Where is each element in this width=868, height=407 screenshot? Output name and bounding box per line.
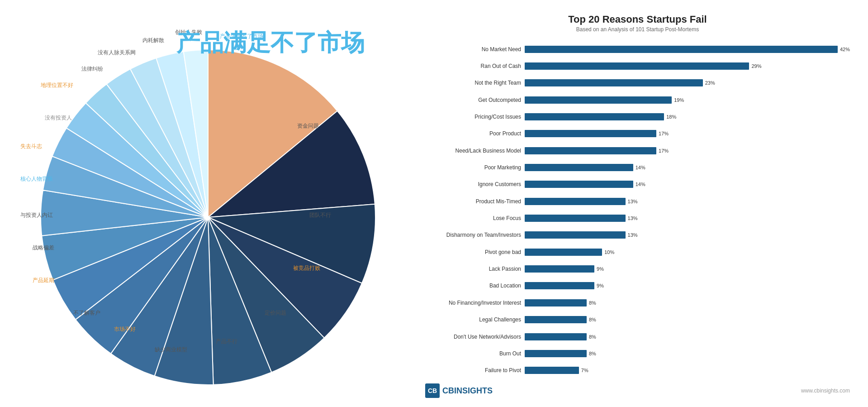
bar-track: 17% [525,147,850,154]
bar-label: Poor Marketing [425,164,525,171]
bar-row: Lose Focus13% [425,213,850,223]
bar-label: Don't Use Network/Advisors [425,334,525,340]
bar-fill [525,113,664,120]
bar-fill [525,316,587,323]
bar-row: Need/Lack Business Model17% [425,146,850,156]
bar-fill [525,96,672,104]
bar-label: Disharmony on Team/Investors [425,232,525,238]
bar-label: Failure to Pivot [425,367,525,373]
bar-row: Get Outcompeted19% [425,95,850,105]
bar-pct-label: 7% [581,368,588,373]
pie-chart [23,23,394,394]
bar-row: Ran Out of Cash29% [425,61,850,71]
bar-fill [525,265,594,273]
bar-track: 8% [525,316,850,323]
bar-row: No Market Need42% [425,44,850,54]
bar-label: Ignore Customers [425,181,525,187]
bar-pct-label: 29% [751,63,761,69]
bar-track: 7% [525,367,850,374]
bar-label: Product Mis-Timed [425,198,525,205]
bar-fill [525,249,602,256]
pie-label-12: 不了解客户 [73,309,100,317]
pie-container [23,23,394,394]
bar-fill [525,299,587,306]
bar-track: 13% [525,231,850,239]
bar-track: 17% [525,130,850,137]
bar-track: 18% [525,113,850,120]
bar-fill [525,181,633,188]
bar-track: 9% [525,282,850,289]
pie-chart-title: 产品满足不了市场 [176,27,365,59]
pie-label-6: 没有投资人 [45,114,72,122]
bar-track: 8% [525,299,850,306]
pie-label-10: 战略偏差 [33,244,54,252]
bar-label: Burn Out [425,350,525,357]
bar-track: 19% [525,96,850,104]
cb-logo: CB CBINSIGHTS [425,383,493,398]
bar-fill [525,231,626,239]
bar-label: Pricing/Cost Issues [425,114,525,120]
bar-row: Disharmony on Team/Investors13% [425,230,850,240]
bar-row: Failure to Pivot7% [425,365,850,375]
bar-row: Don't Use Network/Advisors8% [425,332,850,342]
footer: CB CBINSIGHTS www.cbinsights.com [425,383,850,398]
bar-pct-label: 13% [628,232,638,238]
bar-fill [525,333,587,340]
cb-logo-text: CBINSIGHTS [442,386,493,396]
cb-logo-icon: CB [425,383,440,398]
left-panel: 产品满足不了市场创始人失败内耗解散没有人脉关系网法律纠纷地理位置不好没有投资人失… [0,0,407,407]
pie-label-3: 没有人脉关系网 [98,49,136,57]
bar-track: 10% [525,249,850,256]
website-text: www.cbinsights.com [801,388,850,394]
bar-row: Pivot gone bad10% [425,247,850,257]
bar-row: Not the Right Team23% [425,78,850,88]
bar-row: Product Mis-Timed13% [425,196,850,206]
pie-label-7: 失去斗志 [20,143,42,150]
pie-label-13: 市场不好 [114,326,136,333]
right-panel: Top 20 Reasons Startups Fail Based on an… [407,0,868,407]
pie-label-5: 地理位置不好 [41,81,73,89]
pie-label-2: 内耗解散 [142,37,164,44]
bar-pct-label: 13% [628,199,638,204]
pie-label-15: 产品不行 [216,338,237,345]
bar-label: Lose Focus [425,215,525,221]
chart-title: Top 20 Reasons Startups Fail [425,14,850,25]
pie-label-8: 核心人物背叛 [20,175,53,183]
bar-label: No Financing/Investor Interest [425,300,525,306]
bar-pct-label: 18% [666,114,676,120]
bar-label: Pivot gone bad [425,249,525,255]
bar-fill [525,130,656,137]
bar-row: Lack Passion9% [425,264,850,274]
bar-pct-label: 14% [636,165,645,170]
pie-label-11: 产品延期 [33,277,54,284]
bar-track: 8% [525,350,850,357]
bar-label: Get Outcompeted [425,97,525,103]
pie-label-14: 缺少商业模型 [155,346,187,354]
pie-label-4: 法律纠纷 [81,65,103,73]
bar-label: Need/Lack Business Model [425,148,525,154]
bar-row: Pricing/Cost Issues18% [425,112,850,122]
bar-track: 23% [525,79,850,86]
bar-row: Ignore Customers14% [425,179,850,189]
bar-track: 9% [525,265,850,273]
bar-row: Burn Out8% [425,349,850,359]
bar-fill [525,215,626,222]
bar-label: Not the Right Team [425,80,525,86]
bar-row: Poor Marketing14% [425,163,850,172]
pie-label-18: 团队不行 [309,211,331,219]
bar-label: Poor Product [425,130,525,137]
chart-header: Top 20 Reasons Startups Fail Based on an… [425,14,850,33]
bar-pct-label: 8% [589,351,596,356]
bar-track: 13% [525,215,850,222]
bar-label: Legal Challenges [425,316,525,323]
bar-pct-label: 9% [597,266,604,272]
pie-label-19: 资金问题 [297,122,319,130]
bar-pct-label: 23% [705,80,715,86]
bar-fill [525,62,749,70]
bar-pct-label: 19% [674,97,684,103]
bar-fill [525,46,838,53]
bar-pct-label: 17% [659,131,669,136]
bar-label: Lack Passion [425,266,525,272]
bar-row: Poor Product17% [425,129,850,139]
bar-row: Bad Location9% [425,281,850,291]
